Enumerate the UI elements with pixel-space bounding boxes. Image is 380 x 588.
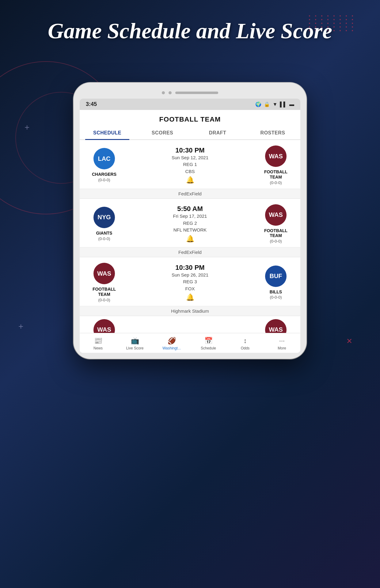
team-icon: 🏈 bbox=[168, 337, 176, 345]
plus-icon: + bbox=[25, 123, 29, 132]
away-name-2: GIANTS bbox=[96, 231, 112, 236]
game-date-1: Sun Sep 12, 2021 bbox=[129, 154, 251, 161]
home-name-3: BILLS bbox=[270, 289, 282, 295]
game-card-2: NYG GIANTS (0-0-0) 5:50 AM Fri Sep 17, 2… bbox=[80, 199, 300, 258]
away-record-3: (0-0-0) bbox=[98, 298, 110, 302]
signal-icon: ▌▌ bbox=[280, 102, 287, 107]
game-card-1: LAC CHARGERS (0-0-0) 10:30 PM Sun Sep 12… bbox=[80, 140, 300, 199]
home-team-1: WAS FOOTBALLTEAM (0-0-0) bbox=[254, 145, 297, 185]
game-reg-1: REG 1 bbox=[129, 161, 251, 168]
tab-scores[interactable]: SCORES bbox=[135, 126, 190, 139]
status-time: 3:45 bbox=[86, 101, 97, 107]
phone-speaker bbox=[175, 92, 218, 94]
home-team-2: WAS FOOTBALLTEAM (0-0-0) bbox=[254, 204, 297, 244]
home-name-2: FOOTBALLTEAM bbox=[264, 228, 287, 239]
phone-screen: 3:45 🌍 🔒 ▼ ▌▌ ▬ FOOTBALL TEAM SCHEDULE S… bbox=[80, 99, 300, 353]
away-name-1: CHARGERS bbox=[92, 172, 116, 177]
livescore-icon: 📺 bbox=[131, 337, 139, 345]
nav-label-washington: Washingt... bbox=[162, 346, 181, 350]
nav-item-odds[interactable]: ↕ Odds bbox=[227, 336, 264, 352]
game-reg-3: REG 3 bbox=[129, 278, 251, 285]
game-info-3: 10:30 PM Sun Sep 26, 2021 REG 3 FOX 🔔 bbox=[126, 264, 254, 302]
world-icon: 🌍 bbox=[255, 101, 261, 107]
partial-home-team: WAS bbox=[254, 319, 297, 333]
battery-icon: ▬ bbox=[289, 102, 294, 107]
odds-icon: ↕ bbox=[244, 337, 247, 345]
more-icon: ··· bbox=[279, 337, 285, 345]
away-name-3: FOOTBALLTEAM bbox=[93, 287, 116, 297]
venue-2: FedExField bbox=[80, 247, 300, 257]
nav-label-more: More bbox=[278, 346, 286, 350]
game-card-3: WAS FOOTBALLTEAM (0-0-0) 10:30 PM Sun Se… bbox=[80, 257, 300, 316]
nav-item-news[interactable]: 📰 News bbox=[80, 336, 116, 352]
app-header: FOOTBALL TEAM bbox=[80, 110, 300, 123]
nav-label-news: News bbox=[93, 346, 103, 350]
away-record-1: (0-0-0) bbox=[98, 178, 110, 182]
phone-mockup: 3:45 🌍 🔒 ▼ ▌▌ ▬ FOOTBALL TEAM SCHEDULE S… bbox=[74, 83, 306, 359]
bottom-nav: 📰 News 📺 Live Score 🏈 Washingt... 📅 Sche… bbox=[80, 333, 300, 353]
bell-icon-1[interactable]: 🔔 bbox=[129, 176, 251, 184]
game-date-2: Fri Sep 17, 2021 bbox=[129, 213, 251, 220]
cross-icon: ✕ bbox=[346, 337, 352, 345]
partial-home-logo: WAS bbox=[265, 319, 287, 333]
partial-away-team: WAS bbox=[83, 319, 126, 333]
wifi-icon: ▼ bbox=[272, 102, 277, 107]
notch-dot-2 bbox=[169, 91, 172, 94]
game-card-4-partial: WAS WAS bbox=[80, 316, 300, 333]
away-logo-2: NYG bbox=[93, 207, 115, 228]
nav-item-livescore[interactable]: 📺 Live Score bbox=[116, 336, 153, 352]
schedule-icon: 📅 bbox=[204, 337, 213, 345]
game-time-3: 10:30 PM bbox=[129, 264, 251, 272]
nav-item-schedule[interactable]: 📅 Schedule bbox=[190, 336, 227, 352]
bell-icon-3[interactable]: 🔔 bbox=[129, 293, 251, 301]
home-record-1: (0-0-0) bbox=[270, 180, 282, 185]
home-logo-1: WAS bbox=[265, 145, 287, 167]
away-team-2: NYG GIANTS (0-0-0) bbox=[83, 207, 126, 241]
phone-notch bbox=[80, 91, 300, 94]
home-logo-2: WAS bbox=[265, 204, 287, 226]
nav-item-more[interactable]: ··· More bbox=[264, 336, 300, 352]
tab-schedule[interactable]: SCHEDULE bbox=[80, 126, 135, 139]
tabs-bar: SCHEDULE SCORES DRAFT ROSTERS bbox=[80, 126, 300, 140]
lock-icon: 🔒 bbox=[264, 101, 270, 107]
plus-icon-2: + bbox=[18, 322, 23, 331]
nav-item-washington[interactable]: 🏈 Washingt... bbox=[153, 336, 190, 352]
away-team-1: LAC CHARGERS (0-0-0) bbox=[83, 148, 126, 182]
venue-3: Highmark Stadium bbox=[80, 306, 300, 316]
nav-label-livescore: Live Score bbox=[126, 346, 144, 350]
game-date-3: Sun Sep 26, 2021 bbox=[129, 272, 251, 279]
bell-icon-2[interactable]: 🔔 bbox=[129, 235, 251, 243]
game-network-1: CBS bbox=[129, 168, 251, 175]
venue-1: FedExField bbox=[80, 189, 300, 198]
away-logo-1: LAC bbox=[93, 148, 115, 169]
home-record-3: (0-0-0) bbox=[270, 295, 282, 300]
away-team-3: WAS FOOTBALLTEAM (0-0-0) bbox=[83, 263, 126, 302]
nav-label-schedule: Schedule bbox=[201, 346, 216, 350]
nav-label-odds: Odds bbox=[241, 346, 250, 350]
hero-title: Game Schedule and Live Score bbox=[0, 18, 380, 44]
status-bar: 3:45 🌍 🔒 ▼ ▌▌ ▬ bbox=[80, 99, 300, 110]
away-logo-3: WAS bbox=[93, 263, 115, 284]
game-reg-2: REG 2 bbox=[129, 220, 251, 227]
away-record-2: (0-0-0) bbox=[98, 236, 110, 241]
notch-dot-1 bbox=[162, 91, 165, 94]
home-team-3: BUF BILLS (0-0-0) bbox=[254, 266, 297, 300]
game-time-2: 5:50 AM bbox=[129, 205, 251, 213]
game-info-1: 10:30 PM Sun Sep 12, 2021 REG 1 CBS 🔔 bbox=[126, 146, 254, 184]
game-info-2: 5:50 AM Fri Sep 17, 2021 REG 2 NFL NETWO… bbox=[126, 205, 254, 243]
news-icon: 📰 bbox=[94, 337, 102, 345]
home-name-1: FOOTBALLTEAM bbox=[264, 169, 287, 180]
tab-rosters[interactable]: ROSTERS bbox=[245, 126, 300, 139]
home-logo-3: BUF bbox=[265, 266, 287, 287]
status-icons: 🌍 🔒 ▼ ▌▌ ▬ bbox=[255, 101, 294, 107]
tab-draft[interactable]: DRAFT bbox=[190, 126, 245, 139]
game-network-2: NFL NETWORK bbox=[129, 227, 251, 234]
home-record-2: (0-0-0) bbox=[270, 239, 282, 243]
partial-away-logo: WAS bbox=[93, 319, 115, 333]
game-network-3: FOX bbox=[129, 285, 251, 292]
game-time-1: 10:30 PM bbox=[129, 146, 251, 154]
